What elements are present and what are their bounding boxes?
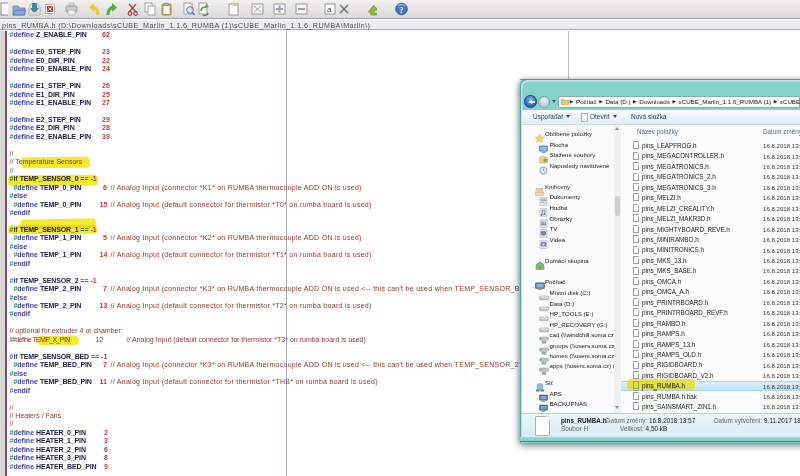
svg-text:?: ? [399,5,404,15]
svg-text:a: a [327,5,332,14]
